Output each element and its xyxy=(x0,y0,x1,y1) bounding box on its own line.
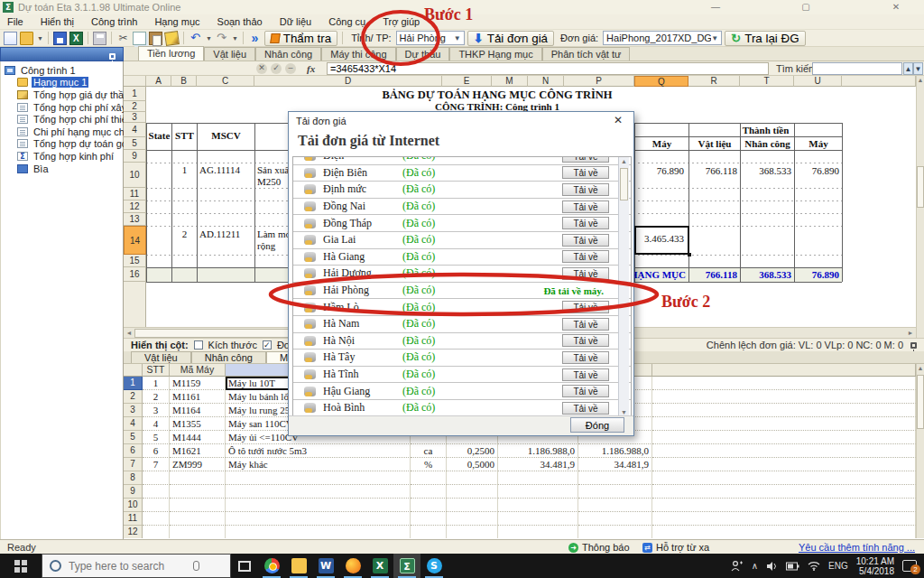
start-button[interactable] xyxy=(0,554,42,578)
find-prev-icon[interactable]: ▲ xyxy=(903,62,913,75)
subtab-vat-lieu[interactable]: Vật liệu xyxy=(131,351,191,363)
table-row[interactable]: 12 xyxy=(124,526,916,538)
subtab-nhan-cong[interactable]: Nhân công xyxy=(191,351,266,363)
collapse-formula-icon[interactable]: – xyxy=(285,63,296,74)
tree-item-chi-phi-xay-dung[interactable]: Tổng hợp chi phí xây dựng xyxy=(17,101,123,114)
scrollbar-thumb[interactable] xyxy=(917,375,924,429)
download-button[interactable]: Tải về xyxy=(562,156,609,163)
pin-icon[interactable] xyxy=(910,342,917,349)
cell-r10-nc[interactable]: 368.533 xyxy=(742,165,791,176)
tray-expand-icon[interactable]: ∧ xyxy=(752,561,758,571)
cell-r10-may[interactable]: 76.890 xyxy=(796,165,839,176)
vertical-scrollbar[interactable]: ▲ xyxy=(916,76,924,338)
tab-phan-tich-vat-tu[interactable]: Phân tích vật tư xyxy=(542,47,631,61)
row-header[interactable]: 10 xyxy=(124,163,146,188)
col-header-p[interactable]: P xyxy=(564,76,634,87)
skype-button[interactable]: S xyxy=(420,554,448,578)
tham-tra-button[interactable]: Thẩm tra xyxy=(264,31,337,46)
open-icon[interactable] xyxy=(20,32,33,45)
download-button[interactable]: Tải về xyxy=(562,183,609,196)
menu-cong-cu[interactable]: Công cụ xyxy=(328,16,365,27)
pin-icon[interactable] xyxy=(109,51,116,61)
feature-request-link[interactable]: Yêu cầu thêm tính năng ... xyxy=(799,542,915,553)
copy-icon[interactable] xyxy=(133,32,146,45)
menu-cong-trinh[interactable]: Công trình xyxy=(91,16,137,27)
col-header-q[interactable]: Q xyxy=(634,76,688,87)
save-icon[interactable] xyxy=(53,32,67,45)
excel-export-icon[interactable]: X xyxy=(69,32,83,45)
fill-handle[interactable] xyxy=(688,253,691,256)
cell-r10-may-dg[interactable]: 76.890 xyxy=(636,165,684,176)
cancel-formula-icon[interactable]: ✕ xyxy=(256,63,267,74)
col-header-b[interactable]: B xyxy=(171,76,197,87)
volume-icon[interactable] xyxy=(766,561,778,572)
scrollbar-thumb[interactable] xyxy=(620,168,628,200)
row-header[interactable]: 2 xyxy=(124,101,146,112)
clock[interactable]: 10:21 AM 5/4/2018 xyxy=(856,556,894,576)
tra-lai-dg-button[interactable]: ↻Tra lại ĐG xyxy=(725,31,805,46)
language-indicator[interactable]: ENG xyxy=(828,561,848,571)
tab-nhan-cong[interactable]: Nhân công xyxy=(255,47,321,61)
eta-app-button[interactable]: Σ xyxy=(393,554,420,578)
download-button[interactable]: Tải về xyxy=(562,334,609,347)
row-header[interactable]: 9 xyxy=(124,150,146,163)
excel-button[interactable]: X xyxy=(366,554,393,578)
tab-tien-luong[interactable]: Tiền lương xyxy=(138,46,204,61)
col-header-r[interactable]: R xyxy=(688,76,740,87)
action-center-icon[interactable]: 2 xyxy=(902,560,917,572)
col-header-u[interactable]: U xyxy=(794,76,842,87)
table-row[interactable]: 8 xyxy=(124,471,916,485)
dong-button[interactable]: Đóng xyxy=(570,417,624,433)
list-item[interactable]: Hậu Giang(Đã có)Tải về xyxy=(293,383,631,400)
download-button[interactable]: Tải về xyxy=(562,301,609,313)
download-button[interactable]: Tải về xyxy=(562,385,609,397)
dialog-close-icon[interactable]: ✕ xyxy=(610,114,626,128)
format-brush-icon[interactable] xyxy=(164,31,180,46)
scroll-right-icon[interactable]: ► xyxy=(905,329,916,338)
row-header[interactable]: 16 xyxy=(124,267,146,282)
download-button[interactable]: Tải về xyxy=(562,234,609,247)
wifi-icon[interactable] xyxy=(808,561,820,571)
dialog-scrollbar[interactable]: ▲ ▼ xyxy=(618,157,629,417)
paste-icon[interactable] xyxy=(149,32,162,45)
word-button[interactable]: W xyxy=(312,554,339,578)
col-header-d[interactable]: D xyxy=(254,76,442,87)
scrollbar-thumb[interactable] xyxy=(134,329,306,338)
download-button[interactable]: Tải về xyxy=(562,318,609,331)
tab-thkp-hang-muc[interactable]: THKP Hạng mục xyxy=(449,47,541,61)
scroll-up-icon[interactable]: ▲ xyxy=(917,76,924,85)
download-button[interactable]: Tải về xyxy=(562,200,609,213)
cell-r14-mscv[interactable]: AD.11211 xyxy=(199,228,240,239)
list-item[interactable]: Hải Dương(Đã có)Tải về xyxy=(293,266,631,283)
row-header[interactable]: 11 xyxy=(124,188,146,200)
cell-r10-desc2[interactable]: M250 xyxy=(257,176,281,187)
row-header[interactable]: 12 xyxy=(124,200,146,213)
table-row[interactable]: 11 xyxy=(124,512,916,526)
row-header[interactable]: 4 xyxy=(124,123,146,137)
download-button[interactable]: Tải về xyxy=(562,351,609,364)
cell-r10-stt[interactable]: 1 xyxy=(172,164,197,175)
download-button[interactable]: Tải về xyxy=(562,368,609,381)
find-next-icon[interactable]: ▼ xyxy=(913,62,923,75)
row-header[interactable]: 15 xyxy=(124,255,146,267)
row-header-active[interactable]: 14 xyxy=(124,226,146,255)
new-icon[interactable] xyxy=(4,32,17,45)
row-header[interactable]: 13 xyxy=(124,213,146,226)
menu-file[interactable]: File xyxy=(7,16,23,27)
menu-soan-thao[interactable]: Soạn thảo xyxy=(217,16,263,27)
don-gia-checkbox[interactable]: ✓ xyxy=(263,340,272,350)
open-dropdown-icon[interactable]: ▼ xyxy=(37,35,43,42)
col-header-c[interactable]: C xyxy=(197,76,254,87)
table-row[interactable]: 10 xyxy=(124,499,916,512)
cut-icon[interactable]: ✂ xyxy=(116,32,130,45)
tab-du-thau[interactable]: Dự thầu xyxy=(396,47,450,61)
row-header[interactable]: 1 xyxy=(124,87,146,101)
print-preview-icon[interactable] xyxy=(93,32,106,45)
tree-item-tong-hop-gia-du-thau[interactable]: Tổng hợp giá dự thầu xyxy=(17,89,123,101)
don-gia-select[interactable]: HaiPhong_2017XD_DG3050▼ xyxy=(603,31,722,45)
active-cell[interactable]: 3.465.433 xyxy=(634,226,689,255)
machine-header-stt[interactable]: STT xyxy=(143,364,170,377)
find-input[interactable] xyxy=(812,62,902,75)
tree-root-cong-trinh[interactable]: Công trình 1 xyxy=(5,64,123,77)
list-item[interactable]: Đồng Nai(Đã có)Tải về xyxy=(293,199,631,216)
